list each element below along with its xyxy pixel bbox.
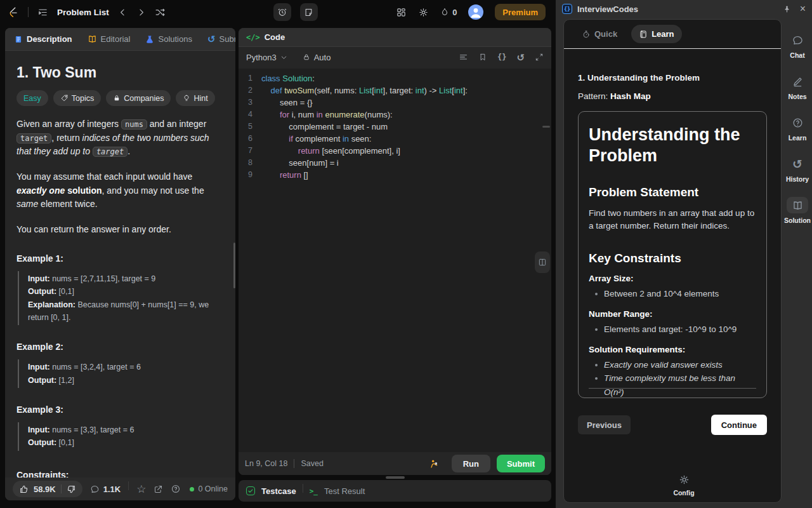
tab-description[interactable]: Description <box>10 34 76 44</box>
submit-button[interactable]: Submit <box>497 455 545 472</box>
problem-list-label[interactable]: Problem List <box>57 8 109 17</box>
constraints-heading: Constraints: <box>16 470 224 478</box>
help-circle-icon[interactable] <box>171 484 181 494</box>
notes-button[interactable] <box>300 3 318 21</box>
prev-problem-icon[interactable] <box>118 8 128 17</box>
continue-button[interactable]: Continue <box>711 415 767 435</box>
code-line[interactable]: 6 if complement in seen: <box>239 133 551 145</box>
line-number: 3 <box>239 97 261 109</box>
code-line[interactable]: 2 def twoSum(self, nums: List[int], targ… <box>239 84 551 97</box>
problem-list-icon[interactable] <box>37 7 48 18</box>
leetcode-logo-icon[interactable] <box>6 6 19 18</box>
shuffle-icon[interactable] <box>155 7 166 18</box>
topics-badge[interactable]: Topics <box>53 90 101 106</box>
group-label: Number Range: <box>589 309 756 319</box>
run-button[interactable]: Run <box>452 455 490 472</box>
timer-button[interactable] <box>273 3 291 21</box>
rail-item-learn[interactable]: Learn <box>787 114 808 142</box>
rail-item-solution[interactable]: Solution <box>784 197 811 224</box>
bookmark-icon[interactable] <box>478 53 487 62</box>
panel-resize-handle[interactable] <box>386 476 405 479</box>
solution-book-icon <box>792 199 804 211</box>
thumbs-up-icon[interactable] <box>19 485 29 494</box>
example-label: Example 1: <box>16 253 224 264</box>
group-label: Array Size: <box>589 274 756 283</box>
close-icon[interactable]: × <box>800 4 806 14</box>
practice-person-icon[interactable] <box>429 458 439 469</box>
group-item: Between 2 and 10^4 elements <box>589 287 756 301</box>
companies-badge[interactable]: Companies <box>106 90 171 106</box>
example-label: Example 3: <box>16 404 224 415</box>
submissions-history-icon: ↺ <box>207 34 216 44</box>
tab-learn[interactable]: Learn <box>631 25 681 43</box>
difficulty-badge[interactable]: Easy <box>16 90 48 106</box>
rail-item-chat[interactable]: Chat <box>787 32 808 59</box>
rail-item-history[interactable]: ↺ History <box>786 156 809 183</box>
extension-panel: {} InterviewCodes × Quick <box>556 0 812 508</box>
tab-editorial[interactable]: Editorial <box>84 34 134 44</box>
premium-button[interactable]: Premium <box>495 4 546 20</box>
rail-item-config[interactable]: Config <box>556 474 812 497</box>
tab-test-result[interactable]: Test Result <box>324 486 365 496</box>
previous-button[interactable]: Previous <box>578 415 631 434</box>
problem-title: 1. Two Sum <box>16 64 224 81</box>
hint-badge[interactable]: Hint <box>176 90 214 106</box>
pin-icon[interactable] <box>783 5 791 13</box>
problem-content[interactable]: 1. Two Sum Easy Topics Companies <box>5 51 235 478</box>
language-selector[interactable]: Python3 <box>246 53 287 62</box>
share-icon[interactable] <box>154 485 163 494</box>
lesson-paragraph: Find two numbers in an array that add up… <box>589 207 756 233</box>
panel-toggle-button[interactable] <box>535 251 550 273</box>
line-number: 9 <box>239 169 261 181</box>
reset-code-icon[interactable]: ↺ <box>516 53 525 62</box>
save-status: Saved <box>301 459 323 468</box>
comments-stat[interactable]: 1.1K <box>90 485 121 494</box>
extension-header: {} InterviewCodes × <box>556 0 812 18</box>
online-indicator: 0 Online <box>190 485 228 493</box>
favorite-star-icon[interactable]: ☆ <box>136 484 146 495</box>
auto-sync-toggle[interactable]: Auto <box>303 53 331 62</box>
code-panel-header: </> Code <box>239 28 551 47</box>
left-scrollbar-thumb[interactable] <box>233 243 235 288</box>
code-line[interactable]: 3 seen = {} <box>239 97 551 109</box>
lesson-subheading-1: Problem Statement <box>589 185 756 199</box>
thumbs-down-icon[interactable] <box>67 485 76 494</box>
code-line[interactable]: 1class Solution: <box>239 72 551 84</box>
mode-tabs: Quick Learn <box>564 20 781 49</box>
problem-panel: Description Editorial Solutions ↺ Submis… <box>5 28 235 500</box>
layout-grid-icon[interactable] <box>396 7 407 18</box>
format-lines-icon[interactable] <box>459 53 468 62</box>
fullscreen-icon[interactable] <box>535 53 544 62</box>
editor-scrollbar-thumb[interactable] <box>542 126 550 128</box>
example-line: Output: [0,1] <box>28 436 224 449</box>
top-bar: Problem List <box>0 0 556 24</box>
comment-icon <box>90 485 100 494</box>
code-editor[interactable]: 1class Solution:2 def twoSum(self, nums:… <box>239 69 551 452</box>
pencil-icon <box>792 76 804 88</box>
tab-submissions[interactable]: ↺ Submissions <box>204 34 235 44</box>
code-line[interactable]: 4 for i, num in enumerate(nums): <box>239 109 551 121</box>
pattern-value: Hash Map <box>610 91 651 101</box>
tab-solutions[interactable]: Solutions <box>141 34 195 44</box>
next-problem-icon[interactable] <box>136 8 146 17</box>
code-line[interactable]: 8 seen[num] = i <box>239 157 551 169</box>
lock-small-icon <box>303 53 310 61</box>
tab-quick[interactable]: Quick <box>574 25 625 43</box>
example-block: Input: nums = [3,2,4], target = 6Output:… <box>18 359 224 388</box>
example-line: Output: [0,1] <box>28 285 224 298</box>
code-line[interactable]: 9 return [] <box>239 169 551 181</box>
tab-testcase[interactable]: Testcase <box>261 486 296 496</box>
streak-counter[interactable]: 0 <box>440 7 457 17</box>
group-item: Exactly one valid answer exists <box>589 358 756 372</box>
format-braces-icon[interactable]: {} <box>497 53 506 61</box>
example-line: Output: [1,2] <box>28 374 224 387</box>
code-line[interactable]: 7 return [seen[complement], i] <box>239 145 551 157</box>
solutions-flask-icon <box>145 35 154 44</box>
flame-icon <box>440 7 449 17</box>
rail-item-notes[interactable]: Notes <box>787 73 808 100</box>
settings-gear-icon[interactable] <box>418 7 429 18</box>
group-label: Solution Requirements: <box>589 345 756 354</box>
code-line[interactable]: 5 complement = target - num <box>239 121 551 133</box>
learn-content[interactable]: 1. Understanding the Problem Pattern: Ha… <box>564 50 781 502</box>
avatar[interactable] <box>468 4 483 20</box>
